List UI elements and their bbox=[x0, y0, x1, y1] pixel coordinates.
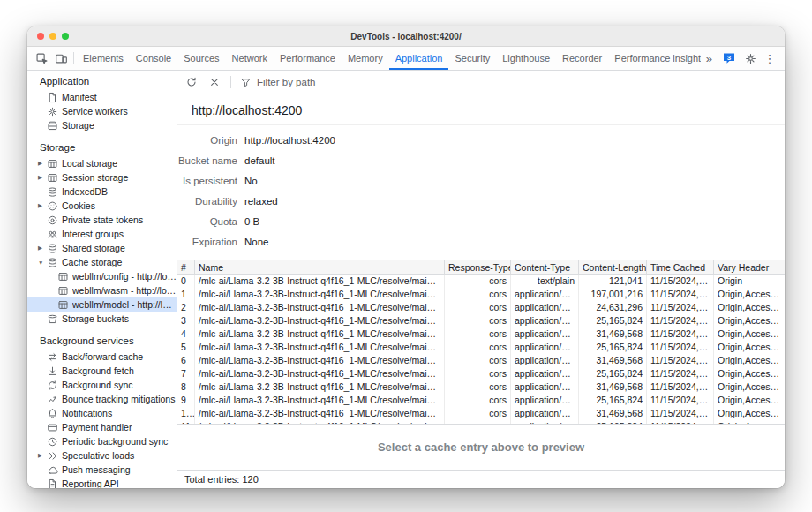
column-header-response-type[interactable]: Response-Type bbox=[445, 260, 511, 274]
settings-button[interactable] bbox=[741, 52, 760, 65]
disclosure-collapsed-icon[interactable]: ▶ bbox=[38, 174, 47, 181]
column-header-[interactable]: # bbox=[177, 260, 195, 274]
close-window-button[interactable] bbox=[37, 33, 44, 40]
cell-content-type: application/oc… bbox=[511, 367, 579, 380]
sidebar-item-private-state-tokens[interactable]: Private state tokens bbox=[27, 213, 177, 227]
tab-performance-insights[interactable]: Performance insights bbox=[608, 47, 700, 70]
sidebar-item-back-forward-cache[interactable]: Back/forward cache bbox=[27, 350, 177, 364]
cell-time-cached: 11/15/2024, 10… bbox=[647, 301, 714, 314]
sidebar-item-webllm-config-http-localhost-4200[interactable]: webllm/config - http://localhost:4200 bbox=[27, 269, 177, 283]
cell-content-type: application/oc… bbox=[511, 301, 579, 314]
sidebar-item-payment-handler[interactable]: Payment handler bbox=[27, 420, 177, 434]
sidebar-item-speculative-loads[interactable]: ▶Speculative loads bbox=[27, 448, 177, 463]
tab-label: Performance bbox=[280, 53, 335, 64]
refresh-button[interactable] bbox=[181, 71, 202, 94]
sidebar-item-service-workers[interactable]: Service workers bbox=[27, 104, 177, 118]
cache-entry-row[interactable]: 2/mlc-ai/Llama-3.2-3B-Instruct-q4f16_1-M… bbox=[177, 301, 785, 314]
toolbar-separator bbox=[230, 76, 231, 88]
tab-label: Performance insights bbox=[614, 53, 700, 64]
column-header-content-type[interactable]: Content-Type bbox=[511, 260, 579, 274]
sidebar-item-label: Cache storage bbox=[62, 257, 177, 267]
sidebar-item-cache-storage[interactable]: ▼Cache storage bbox=[27, 255, 177, 269]
device-toolbar-button[interactable] bbox=[51, 47, 71, 70]
sidebar-item-local-storage[interactable]: ▶Local storage bbox=[27, 156, 177, 170]
disclosure-collapsed-icon[interactable]: ▶ bbox=[38, 245, 47, 252]
table-icon bbox=[57, 271, 69, 282]
inspect-element-button[interactable] bbox=[32, 47, 51, 70]
cell-vary-header: Origin,Access… bbox=[714, 341, 785, 354]
tab-memory[interactable]: Memory bbox=[342, 47, 389, 70]
cache-entry-row[interactable]: 0/mlc-ai/Llama-3.2-3B-Instruct-q4f16_1-M… bbox=[177, 275, 785, 288]
disclosure-collapsed-icon[interactable]: ▶ bbox=[38, 160, 47, 167]
cell-response-type: cors bbox=[445, 407, 511, 420]
issues-badge[interactable]: 3 bbox=[718, 51, 741, 65]
sidebar-item-storage[interactable]: Storage bbox=[27, 118, 177, 132]
cache-entry-row[interactable]: 7/mlc-ai/Llama-3.2-3B-Instruct-q4f16_1-M… bbox=[177, 367, 785, 380]
disclosure-expanded-icon[interactable]: ▼ bbox=[38, 260, 47, 266]
delete-selected-button[interactable] bbox=[204, 71, 225, 94]
sidebar-item-indexeddb[interactable]: IndexedDB bbox=[27, 184, 177, 199]
sidebar-item-interest-groups[interactable]: Interest groups bbox=[27, 227, 177, 241]
tab-network[interactable]: Network bbox=[226, 47, 274, 70]
tab-security[interactable]: Security bbox=[448, 47, 496, 70]
sidebar-item-periodic-background-sync[interactable]: Periodic background sync bbox=[27, 434, 177, 448]
cache-entry-row[interactable]: 10/mlc-ai/Llama-3.2-3B-Instruct-q4f16_1-… bbox=[177, 407, 785, 420]
disclosure-collapsed-icon[interactable]: ▶ bbox=[38, 202, 47, 209]
cell-index: 4 bbox=[177, 328, 195, 341]
sidebar-item-push-messaging[interactable]: Push messaging bbox=[27, 463, 177, 477]
tab-performance[interactable]: Performance bbox=[274, 47, 342, 70]
meta-label: Expiration bbox=[177, 237, 237, 247]
cell-name: /mlc-ai/Llama-3.2-3B-Instruct-q4f16_1-ML… bbox=[195, 407, 445, 420]
tab-lighthouse[interactable]: Lighthouse bbox=[496, 47, 556, 70]
tab-application[interactable]: Application bbox=[389, 47, 449, 70]
sidebar-item-cookies[interactable]: ▶Cookies bbox=[27, 199, 177, 213]
minimize-window-button[interactable] bbox=[49, 33, 56, 40]
cell-content-length: 31,469,568 bbox=[579, 328, 647, 341]
tab-recorder[interactable]: Recorder bbox=[556, 47, 608, 70]
titlebar[interactable]: DevTools - localhost:4200/ bbox=[27, 26, 785, 47]
sidebar-item-webllm-wasm-http-localhost-4200[interactable]: webllm/wasm - http://localhost:4200 bbox=[27, 283, 177, 297]
sidebar-item-manifest[interactable]: Manifest bbox=[27, 90, 177, 104]
tab-elements[interactable]: Elements bbox=[77, 47, 130, 70]
cache-entry-row[interactable]: 5/mlc-ai/Llama-3.2-3B-Instruct-q4f16_1-M… bbox=[177, 341, 785, 354]
column-header-name[interactable]: Name bbox=[195, 260, 445, 274]
background-sync-icon bbox=[47, 380, 58, 391]
filter-input[interactable]: Filter by path bbox=[237, 77, 315, 88]
cell-name: /mlc-ai/Llama-3.2-3B-Instruct-q4f16_1-ML… bbox=[195, 328, 445, 341]
sidebar-item-reporting-api[interactable]: Reporting API bbox=[27, 477, 177, 488]
disclosure-collapsed-icon[interactable]: ▶ bbox=[38, 452, 47, 459]
sidebar-item-shared-storage[interactable]: ▶Shared storage bbox=[27, 241, 177, 255]
more-tabs-button[interactable]: » bbox=[701, 52, 718, 65]
tab-label: Sources bbox=[184, 53, 219, 64]
column-header-vary-header[interactable]: Vary Header bbox=[714, 260, 785, 274]
back-forward-icon bbox=[47, 351, 58, 363]
cache-entry-row[interactable]: 6/mlc-ai/Llama-3.2-3B-Instruct-q4f16_1-M… bbox=[177, 354, 785, 367]
main-menu-button[interactable]: ⋮ bbox=[760, 52, 779, 65]
sidebar-item-session-storage[interactable]: ▶Session storage bbox=[27, 170, 177, 184]
sidebar-item-background-fetch[interactable]: Background fetch bbox=[27, 364, 177, 378]
column-header-content-length[interactable]: Content-Length bbox=[579, 260, 647, 274]
cache-entry-row[interactable]: 3/mlc-ai/Llama-3.2-3B-Instruct-q4f16_1-M… bbox=[177, 314, 785, 328]
cell-time-cached: 11/15/2024, 10… bbox=[647, 328, 714, 341]
sidebar-item-webllm-model-http-localhost-4200[interactable]: webllm/model - http://localhost:4200 bbox=[27, 297, 177, 312]
sidebar-item-label: Shared storage bbox=[62, 243, 177, 253]
tab-sources[interactable]: Sources bbox=[177, 47, 225, 70]
cache-entry-row[interactable]: 8/mlc-ai/Llama-3.2-3B-Instruct-q4f16_1-M… bbox=[177, 380, 785, 394]
sidebar-item-bounce-tracking-mitigations[interactable]: Bounce tracking mitigations bbox=[27, 392, 177, 406]
cell-content-length: 31,469,568 bbox=[579, 407, 647, 420]
toolbar-separator bbox=[73, 52, 74, 64]
zoom-window-button[interactable] bbox=[62, 33, 69, 40]
column-header-time-cached[interactable]: Time Cached bbox=[647, 260, 714, 274]
cache-entry-row[interactable]: 9/mlc-ai/Llama-3.2-3B-Instruct-q4f16_1-M… bbox=[177, 394, 785, 407]
cache-entry-row[interactable]: 1/mlc-ai/Llama-3.2-3B-Instruct-q4f16_1-M… bbox=[177, 288, 785, 301]
cache-entry-row[interactable]: 4/mlc-ai/Llama-3.2-3B-Instruct-q4f16_1-M… bbox=[177, 328, 785, 341]
tab-console[interactable]: Console bbox=[130, 47, 177, 70]
sidebar-item-storage-buckets[interactable]: Storage buckets bbox=[27, 312, 177, 326]
sidebar-item-label: Storage bbox=[62, 120, 177, 131]
total-entries: Total entries: 120 bbox=[177, 470, 785, 488]
sidebar-item-notifications[interactable]: Notifications bbox=[27, 406, 177, 420]
message-bubble: 3 bbox=[722, 51, 736, 65]
cell-name: /mlc-ai/Llama-3.2-3B-Instruct-q4f16_1-ML… bbox=[195, 367, 445, 380]
sidebar-item-background-sync[interactable]: Background sync bbox=[27, 378, 177, 392]
cell-time-cached: 11/15/2024, 10… bbox=[647, 275, 714, 288]
